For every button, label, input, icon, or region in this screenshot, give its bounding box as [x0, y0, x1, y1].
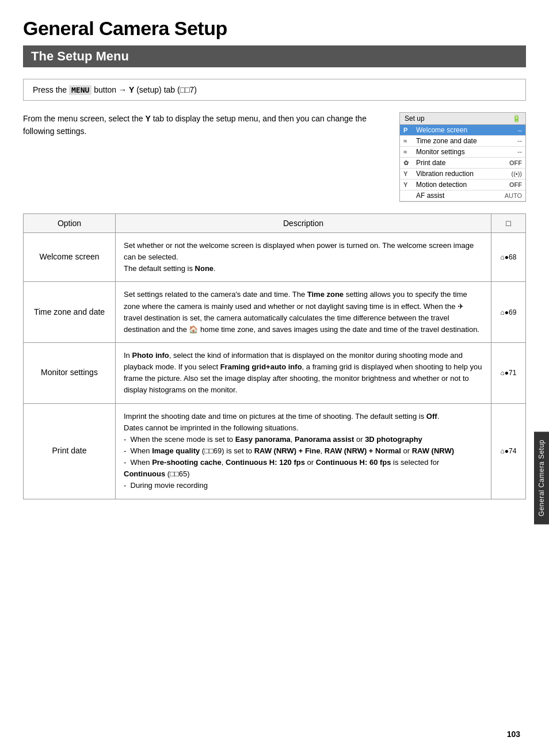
camera-menu-box: Set up 🔋 P Welcome screen -- ≈ Time zone…: [399, 112, 526, 202]
camera-menu-item-afassist: AF assist AUTO: [400, 190, 525, 201]
ref-printdate: ⌂●74: [491, 403, 526, 499]
camera-menu-icon-p: P: [403, 127, 416, 133]
desc-printdate: Imprint the shooting date and time on pi…: [116, 403, 491, 499]
instruction-text-after: (setup) tab (□□7): [136, 85, 197, 94]
desc-welcome: Set whether or not the welcome screen is…: [116, 233, 491, 282]
option-monitor: Monitor settings: [24, 342, 116, 403]
table-header-ref: □: [491, 214, 526, 233]
table-header-description: Description: [116, 214, 491, 233]
camera-menu-item-motion: Y Motion detection OFF: [400, 180, 525, 190]
camera-menu-item-vibration: Y Vibration reduction ((•)): [400, 169, 525, 180]
camera-menu-icon-md: Y: [403, 181, 416, 188]
wrench-symbol: Y: [129, 85, 134, 94]
menu-keyword: MENU: [69, 85, 92, 95]
instruction-text-middle: button →: [94, 85, 129, 94]
intro-text: From the menu screen, select the Y tab t…: [23, 112, 388, 138]
sidebar-label: General Camera Setup: [534, 432, 549, 524]
table-row-welcome: Welcome screen Set whether or not the we…: [24, 233, 526, 282]
ref-monitor: ⌂●71: [491, 342, 526, 403]
page-title: General Camera Setup: [23, 17, 526, 40]
camera-menu-icon-mon: ≈: [403, 148, 416, 155]
table-header-option: Option: [24, 214, 116, 233]
ref-welcome: ⌂●68: [491, 233, 526, 282]
table-row-printdate: Print date Imprint the shooting date and…: [24, 403, 526, 499]
table-row-timezone: Time zone and date Set settings related …: [24, 282, 526, 343]
camera-menu-item-monitor: ≈ Monitor settings --: [400, 147, 525, 158]
main-table: Option Description □ Welcome screen Set …: [23, 213, 526, 499]
instruction-box: Press the MENU button → Y (setup) tab (□…: [23, 79, 526, 101]
option-timezone: Time zone and date: [24, 282, 116, 343]
camera-menu-title: Set up 🔋: [400, 113, 525, 125]
camera-menu-icon-pd: ✿: [403, 159, 416, 167]
camera-menu-item-timezone: ≈ Time zone and date --: [400, 136, 525, 147]
camera-menu-icon-tz: ≈: [403, 138, 416, 144]
intro-section: From the menu screen, select the Y tab t…: [23, 112, 526, 202]
camera-menu-icon-vr: Y: [403, 170, 416, 177]
camera-menu-item-printdate: ✿ Print date OFF: [400, 158, 525, 169]
option-welcome: Welcome screen: [24, 233, 116, 282]
section-header: The Setup Menu: [23, 45, 526, 67]
instruction-text-before: Press the: [33, 85, 67, 94]
page-number: 103: [507, 730, 520, 739]
camera-menu-item-welcome: P Welcome screen --: [400, 125, 525, 136]
desc-timezone: Set settings related to the camera's dat…: [116, 282, 491, 343]
desc-monitor: In Photo info, select the kind of inform…: [116, 342, 491, 403]
table-row-monitor: Monitor settings In Photo info, select t…: [24, 342, 526, 403]
option-printdate: Print date: [24, 403, 116, 499]
ref-timezone: ⌂●69: [491, 282, 526, 343]
